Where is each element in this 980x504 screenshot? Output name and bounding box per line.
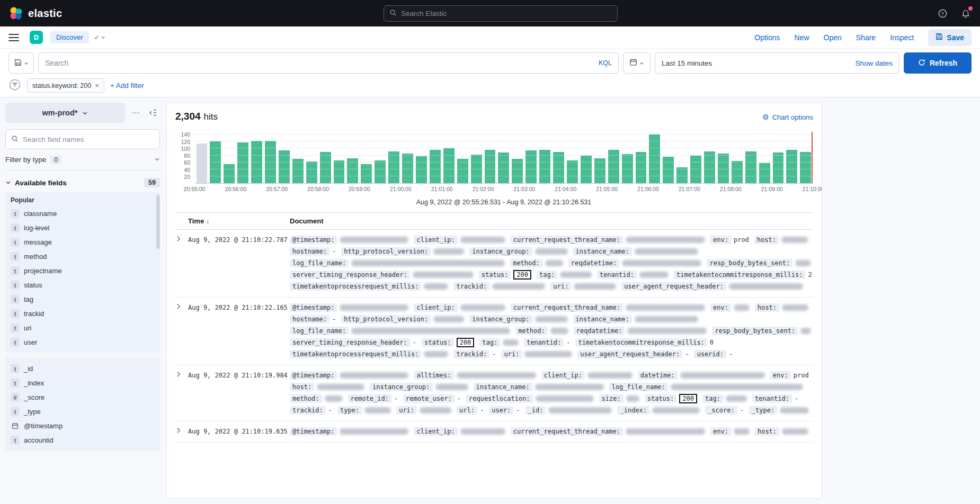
new-link[interactable]: New	[795, 33, 809, 42]
doc-field[interactable]: _type:	[749, 406, 809, 415]
sidebar-scrollbar[interactable]	[156, 195, 160, 249]
doc-field[interactable]: reqdatetime:	[568, 258, 702, 267]
field-item-user[interactable]: tuser	[11, 335, 155, 349]
time-range-control[interactable]: Last 15 minutes Show dates	[655, 52, 899, 74]
doc-field[interactable]: env:prod	[710, 235, 749, 244]
global-search[interactable]	[384, 5, 618, 22]
inspect-link[interactable]: Inspect	[890, 33, 914, 42]
doc-field[interactable]: env:prod	[770, 371, 809, 380]
refresh-button[interactable]: Refresh	[904, 52, 972, 74]
histogram-bar[interactable]	[567, 160, 578, 183]
doc-field[interactable]: http_protocol_version:	[341, 314, 464, 323]
field-item-classname[interactable]: tclassname	[11, 206, 155, 221]
show-dates-button[interactable]: Show dates	[855, 59, 893, 67]
space-avatar[interactable]: D	[30, 31, 43, 44]
menu-icon[interactable]	[8, 34, 19, 41]
doc-field[interactable]: server_timing_response_header:-	[290, 338, 416, 347]
doc-field[interactable]: remote_id:-	[348, 394, 398, 403]
doc-field[interactable]: user_agent_request_header:	[621, 282, 803, 291]
doc-field[interactable]: @timestamp:	[290, 303, 408, 312]
date-picker-button[interactable]	[623, 52, 651, 74]
doc-field[interactable]: instance_group:	[469, 314, 567, 323]
doc-field[interactable]: @timestamp:	[290, 371, 408, 380]
doc-field[interactable]: uri:	[550, 282, 616, 291]
doc-field[interactable]: timetakentocommitresponse_millis:0	[575, 338, 714, 347]
doc-field[interactable]: @timestamp:	[290, 235, 408, 244]
time-range-value[interactable]: Last 15 minutes	[662, 59, 712, 67]
doc-field[interactable]: env:	[710, 427, 750, 436]
field-item-log-level[interactable]: tlog-level	[11, 221, 155, 235]
histogram-bar[interactable]	[636, 152, 647, 183]
query-input[interactable]	[45, 59, 594, 67]
doc-field[interactable]: trackid:-	[290, 406, 332, 415]
field-item-method[interactable]: tmethod	[11, 249, 155, 264]
doc-field[interactable]: client_ip:	[414, 303, 505, 312]
doc-field[interactable]: user_agent_request_header:-	[577, 349, 689, 358]
doc-field[interactable]: instance_name:	[474, 382, 604, 391]
options-link[interactable]: Options	[754, 33, 780, 42]
doc-field[interactable]: trackid:	[453, 282, 545, 291]
doc-field[interactable]: url:-	[457, 406, 484, 415]
kql-language-button[interactable]: KQL	[599, 59, 612, 67]
doc-field[interactable]: tag:	[479, 338, 519, 347]
histogram-bar[interactable]	[416, 156, 427, 183]
doc-field[interactable]: trackid:-	[453, 349, 496, 358]
filter-pill-status-keyword-200[interactable]: status.keyword: 200 ×	[27, 78, 104, 93]
histogram-bar[interactable]	[320, 152, 331, 183]
doc-field[interactable]: log_file_name:	[609, 382, 803, 391]
histogram-bar[interactable]	[759, 163, 770, 183]
doc-field[interactable]: server_timing_response_header:	[290, 270, 474, 279]
open-link[interactable]: Open	[824, 33, 842, 42]
doc-field[interactable]: client_ip:	[414, 427, 505, 436]
histogram-bar[interactable]	[704, 151, 715, 183]
doc-field[interactable]: current_request_thread_name:	[511, 427, 705, 436]
doc-field[interactable]: log_file_name:	[290, 326, 510, 335]
available-fields-header[interactable]: Available fields 59	[5, 178, 160, 187]
filter-by-type-select[interactable]: Filter by type 0	[5, 149, 160, 170]
doc-field[interactable]: @timestamp:	[290, 427, 408, 436]
help-icon[interactable]: ?	[937, 7, 948, 19]
doc-field[interactable]: log_file_name:	[290, 258, 505, 267]
doc-field[interactable]: userid:-	[694, 349, 733, 358]
histogram-bar[interactable]	[732, 161, 743, 183]
share-link[interactable]: Share	[856, 33, 876, 42]
field-item-_id[interactable]: t_id	[11, 362, 155, 376]
filter-menu-icon[interactable]	[8, 78, 21, 93]
doc-field[interactable]: instance_group:	[469, 247, 567, 256]
global-search-input[interactable]	[401, 10, 612, 17]
field-item-accountid[interactable]: taccountid	[11, 433, 155, 447]
doc-field[interactable]: resp_body_bytes_sent:	[707, 258, 811, 267]
field-item-tag[interactable]: ttag	[11, 292, 155, 307]
sort-descending-icon[interactable]: ↓	[206, 218, 209, 225]
doc-field[interactable]: tenantid:-	[752, 394, 798, 403]
histogram-bar[interactable]	[773, 152, 784, 183]
histogram-bar[interactable]	[388, 151, 399, 183]
add-filter-button[interactable]: + Add filter	[110, 82, 144, 89]
doc-field[interactable]: method:	[515, 326, 568, 335]
histogram-bar[interactable]	[512, 159, 523, 183]
histogram-bar[interactable]	[292, 159, 304, 183]
histogram-bar[interactable]	[375, 160, 386, 183]
expand-row-button[interactable]	[175, 371, 188, 415]
field-item-trackid[interactable]: ttrackid	[11, 307, 155, 321]
field-item-_index[interactable]: t_index	[11, 376, 155, 390]
histogram-bar[interactable]	[443, 148, 455, 183]
field-settings-icon[interactable]: ⋯	[129, 106, 142, 120]
doc-field[interactable]: env:	[710, 303, 750, 312]
doc-field[interactable]: host:	[755, 303, 808, 312]
doc-field[interactable]: instance_name:	[573, 247, 698, 256]
doc-field[interactable]: status:200	[422, 338, 474, 347]
remove-filter-icon[interactable]: ×	[95, 82, 99, 89]
alerts-icon[interactable]	[960, 7, 972, 19]
doc-field[interactable]: _id:	[525, 406, 612, 415]
field-search-input[interactable]	[23, 136, 154, 143]
doc-field[interactable]: instance_name:	[573, 314, 698, 323]
histogram-bar[interactable]	[361, 164, 372, 183]
field-item-status[interactable]: tstatus	[11, 278, 155, 292]
histogram-bar[interactable]	[197, 143, 208, 183]
doc-field[interactable]: host:	[755, 427, 808, 436]
chart-options-button[interactable]: ⚙ Chart options	[762, 113, 813, 121]
doc-field[interactable]: uri:	[396, 406, 451, 415]
doc-field[interactable]: _score:-	[705, 406, 744, 415]
breadcrumb[interactable]: Discover	[50, 31, 89, 43]
